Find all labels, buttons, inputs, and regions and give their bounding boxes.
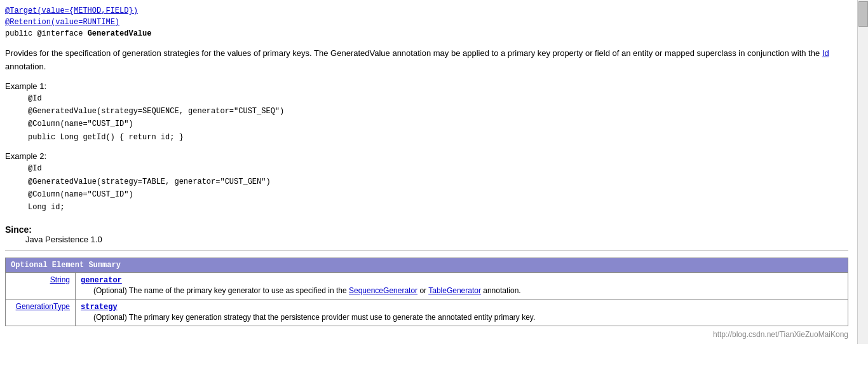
table-row: GenerationType strategy (Optional) The p… bbox=[6, 299, 848, 326]
generator-desc: (Optional) The name of the primary key g… bbox=[81, 285, 843, 296]
type-link-2[interactable]: GenerationType bbox=[16, 302, 70, 311]
interface-name: GeneratedValue bbox=[88, 29, 152, 38]
table-generator-link[interactable]: TableGenerator bbox=[428, 286, 481, 295]
target-annotation: @Target(value={METHOD,FIELD}) bbox=[5, 5, 848, 17]
example2-label: Example 2: bbox=[5, 151, 848, 161]
type-link-1[interactable]: String bbox=[50, 275, 70, 284]
detail-cell-1: generator (Optional) The name of the pri… bbox=[76, 272, 848, 299]
detail-cell-2: strategy (Optional) The primary key gene… bbox=[76, 299, 848, 326]
public-interface-line: public @interface GeneratedValue bbox=[5, 28, 848, 39]
id-link[interactable]: Id bbox=[822, 48, 829, 58]
generator-link[interactable]: generator bbox=[81, 276, 122, 285]
example1-label: Example 1: bbox=[5, 81, 848, 91]
since-label: Since: bbox=[5, 224, 848, 235]
sequence-generator-link[interactable]: SequenceGenerator bbox=[349, 286, 417, 295]
divider bbox=[5, 251, 848, 251]
description-text: Provides for the specification of genera… bbox=[5, 47, 848, 74]
scrollbar-thumb[interactable] bbox=[858, 1, 868, 27]
table-header: Optional Element Summary bbox=[6, 258, 848, 272]
since-value: Java Persistence 1.0 bbox=[25, 235, 848, 244]
example1-code: @Id @GeneratedValue(strategy=SEQUENCE, g… bbox=[28, 92, 848, 144]
scrollbar[interactable] bbox=[857, 0, 868, 344]
retention-annotation: @Retention(value=RUNTIME) bbox=[5, 17, 848, 28]
since-section: Since: Java Persistence 1.0 bbox=[5, 224, 848, 244]
strategy-link[interactable]: strategy bbox=[81, 303, 118, 312]
footer-watermark: http://blog.csdn.net/TianXieZuoMaiKong bbox=[5, 330, 848, 339]
example2-code: @Id @GeneratedValue(strategy=TABLE, gene… bbox=[28, 162, 848, 214]
type-cell-2: GenerationType bbox=[6, 299, 76, 326]
optional-element-summary-table: Optional Element Summary String generato… bbox=[5, 258, 848, 326]
strategy-desc: (Optional) The primary key generation st… bbox=[81, 312, 843, 323]
table-row: String generator (Optional) The name of … bbox=[6, 272, 848, 299]
target-link[interactable]: @Target(value={METHOD,FIELD}) bbox=[5, 6, 138, 15]
retention-link[interactable]: @Retention(value=RUNTIME) bbox=[5, 18, 119, 27]
type-cell-1: String bbox=[6, 272, 76, 299]
